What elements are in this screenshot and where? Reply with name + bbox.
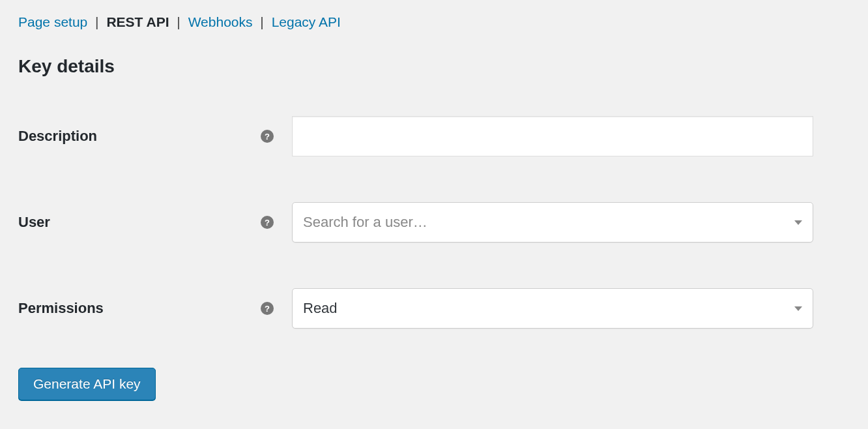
tab-separator: | (173, 14, 184, 29)
chevron-down-icon (794, 220, 802, 225)
settings-subtabs: Page setup | REST API | Webhooks | Legac… (18, 14, 850, 30)
label-col: Description ? (18, 128, 292, 145)
tab-rest-api[interactable]: REST API (106, 14, 169, 29)
tab-separator: | (256, 14, 267, 29)
tab-page-setup[interactable]: Page setup (18, 14, 87, 29)
tab-webhooks[interactable]: Webhooks (188, 14, 253, 29)
help-icon[interactable]: ? (261, 216, 274, 229)
field-col: Search for a user… (292, 202, 813, 243)
generate-api-key-button[interactable]: Generate API key (18, 368, 156, 400)
tab-separator: | (91, 14, 102, 29)
help-icon[interactable]: ? (261, 302, 274, 315)
page-title: Key details (18, 56, 850, 77)
help-icon[interactable]: ? (261, 130, 274, 143)
row-description: Description ? (18, 116, 850, 156)
description-label: Description (18, 128, 97, 145)
chevron-down-icon (794, 306, 802, 311)
label-col: User ? (18, 214, 292, 231)
permissions-label: Permissions (18, 300, 104, 317)
tab-legacy-api[interactable]: Legacy API (272, 14, 341, 29)
user-label: User (18, 214, 50, 231)
user-select[interactable]: Search for a user… (292, 202, 813, 243)
row-user: User ? Search for a user… (18, 202, 850, 243)
field-col: Read (292, 288, 813, 329)
description-input[interactable] (292, 116, 813, 156)
user-select-placeholder: Search for a user… (303, 214, 427, 231)
permissions-select[interactable]: Read (292, 288, 813, 329)
permissions-select-value: Read (303, 300, 338, 317)
label-col: Permissions ? (18, 300, 292, 317)
field-col (292, 116, 813, 156)
row-permissions: Permissions ? Read (18, 288, 850, 329)
